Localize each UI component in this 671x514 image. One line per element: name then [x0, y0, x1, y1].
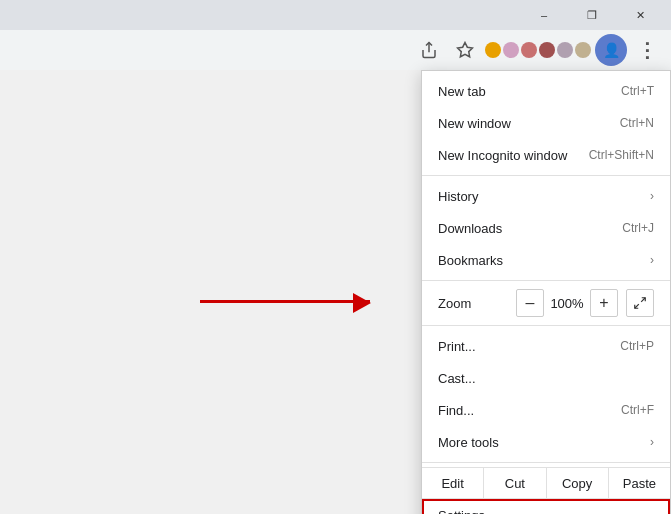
svg-marker-1 [458, 43, 473, 57]
menu-item-new-window[interactable]: New window Ctrl+N [422, 107, 670, 139]
menu-item-new-incognito[interactable]: New Incognito window Ctrl+Shift+N [422, 139, 670, 171]
menu-item-cast[interactable]: Cast... [422, 362, 670, 394]
menu-item-find[interactable]: Find... Ctrl+F [422, 394, 670, 426]
toolbar: 👤 ⋮ [0, 30, 671, 70]
zoom-plus-button[interactable]: + [590, 289, 618, 317]
browser-chrome: – ❐ ✕ 👤 ⋮ [0, 0, 671, 70]
arrow-container [200, 300, 370, 303]
zoom-fullscreen-button[interactable] [626, 289, 654, 317]
profile-dot-5 [557, 42, 573, 58]
divider-4 [422, 462, 670, 463]
close-button[interactable]: ✕ [617, 0, 663, 30]
profile-button[interactable]: 👤 [595, 34, 627, 66]
menu-item-new-tab[interactable]: New tab Ctrl+T [422, 75, 670, 107]
title-bar: – ❐ ✕ [0, 0, 671, 30]
divider-2 [422, 280, 670, 281]
divider-1 [422, 175, 670, 176]
menu-item-more-tools[interactable]: More tools › [422, 426, 670, 458]
restore-button[interactable]: ❐ [569, 0, 615, 30]
divider-3 [422, 325, 670, 326]
zoom-minus-button[interactable]: – [516, 289, 544, 317]
svg-line-2 [641, 298, 645, 302]
edit-cell-copy[interactable]: Copy [547, 470, 608, 497]
profile-dot-3 [521, 42, 537, 58]
profile-dot-2 [503, 42, 519, 58]
edit-cell-paste[interactable]: Paste [609, 470, 670, 497]
svg-line-3 [635, 304, 639, 308]
profile-dot-1 [485, 42, 501, 58]
menu-item-bookmarks[interactable]: Bookmarks › [422, 244, 670, 276]
profile-dot-6 [575, 42, 591, 58]
edit-row: Edit Cut Copy Paste [422, 467, 670, 499]
edit-cell-cut[interactable]: Cut [484, 470, 545, 497]
menu-item-history[interactable]: History › [422, 180, 670, 212]
menu-item-downloads[interactable]: Downloads Ctrl+J [422, 212, 670, 244]
menu-item-settings[interactable]: Settings [422, 499, 670, 514]
arrow [200, 300, 370, 303]
menu-item-print[interactable]: Print... Ctrl+P [422, 330, 670, 362]
share-icon[interactable] [413, 34, 445, 66]
zoom-row: Zoom – 100% + [422, 285, 670, 321]
main-area: New tab Ctrl+T New window Ctrl+N New Inc… [0, 70, 671, 514]
menu-button[interactable]: ⋮ [631, 34, 663, 66]
bookmark-icon[interactable] [449, 34, 481, 66]
context-menu: New tab Ctrl+T New window Ctrl+N New Inc… [421, 70, 671, 514]
zoom-controls: – 100% + [516, 289, 618, 317]
edit-cell-edit[interactable]: Edit [422, 470, 483, 497]
profile-dot-4 [539, 42, 555, 58]
profile-circles [485, 42, 591, 58]
minimize-button[interactable]: – [521, 0, 567, 30]
